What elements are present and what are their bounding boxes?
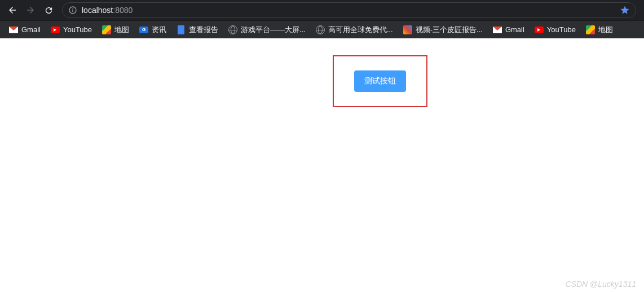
back-button[interactable] — [5, 2, 20, 18]
test-button[interactable]: 测试按钮 — [354, 70, 406, 92]
bookmark-item[interactable]: YouTube — [46, 23, 96, 37]
bookmark-item[interactable]: 地图 — [98, 23, 134, 37]
bookmark-label: 游戏平台——大屏... — [241, 25, 306, 35]
url-host: localhost — [82, 6, 113, 15]
bookmark-item[interactable]: G资讯 — [135, 23, 171, 37]
img-icon — [403, 25, 412, 34]
bookmark-item[interactable]: 游戏平台——大屏... — [224, 23, 310, 37]
reload-button[interactable] — [41, 2, 56, 18]
site-info-icon[interactable] — [68, 6, 77, 15]
globe-icon — [228, 25, 237, 34]
svg-rect-1 — [72, 10, 73, 12]
gmail-icon — [9, 25, 18, 34]
bookmark-item[interactable]: YouTube — [530, 23, 580, 37]
bookmark-item[interactable]: 高可用全球免费代... — [311, 23, 398, 37]
map-icon — [586, 25, 595, 34]
highlight-box: 测试按钮 — [333, 55, 427, 107]
bookmark-label: 查看报告 — [189, 25, 218, 35]
bookmark-label: YouTube — [547, 25, 576, 34]
url-port: :8080 — [113, 6, 133, 15]
page-content: 测试按钮 CSDN @Lucky1311 — [0, 38, 644, 292]
bookmark-label: 地图 — [114, 25, 129, 35]
bookmark-item[interactable]: Gmail — [5, 23, 45, 37]
bookmark-label: YouTube — [63, 25, 92, 34]
gmail-icon — [493, 25, 502, 34]
bookmark-star-icon[interactable] — [620, 5, 630, 15]
youtube-icon — [51, 25, 60, 34]
bookmark-item[interactable]: 查看报告 — [172, 23, 223, 37]
news-icon: G — [139, 25, 148, 34]
bookmark-label: Gmail — [505, 25, 524, 34]
browser-toolbar: localhost:8080 — [0, 0, 644, 20]
bookmark-label: 视频-三个皮匠报告... — [416, 25, 483, 35]
youtube-icon — [535, 25, 544, 34]
bookmark-label: 地图 — [598, 25, 613, 35]
url-text: localhost:8080 — [82, 6, 133, 15]
bookmark-item[interactable]: 视频-三个皮匠报告... — [399, 23, 487, 37]
map-icon — [102, 25, 111, 34]
bookmark-item[interactable]: 地图 — [581, 23, 617, 37]
bookmark-label: Gmail — [21, 25, 41, 34]
bookmarks-bar: GmailYouTube地图G资讯查看报告游戏平台——大屏...高可用全球免费代… — [0, 20, 644, 38]
globe-icon — [316, 25, 325, 34]
bookmark-label: 资讯 — [152, 25, 166, 35]
address-bar[interactable]: localhost:8080 — [62, 2, 636, 18]
svg-rect-2 — [72, 8, 73, 8]
forward-button[interactable] — [23, 2, 38, 18]
watermark-text: CSDN @Lucky1311 — [566, 280, 637, 289]
bookmark-label: 高可用全球免费代... — [328, 25, 393, 35]
bookmark-item[interactable]: Gmail — [488, 23, 529, 37]
doc-icon — [177, 25, 186, 34]
